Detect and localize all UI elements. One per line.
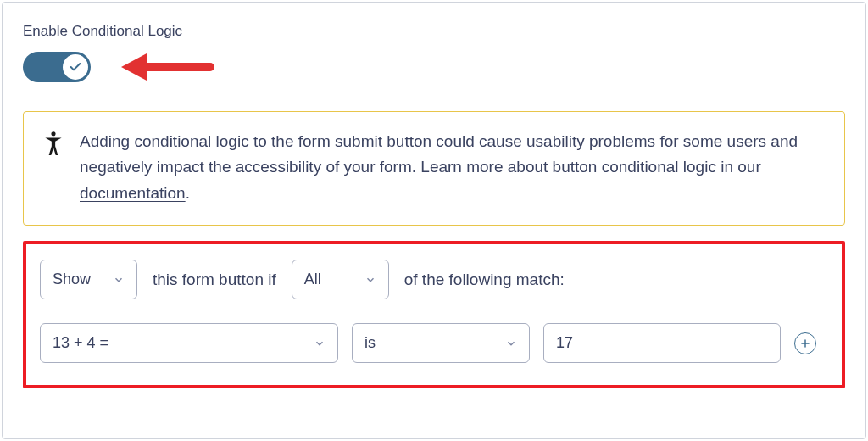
accessibility-notice: Adding conditional logic to the form sub… xyxy=(23,111,845,226)
add-rule-button[interactable] xyxy=(794,332,816,354)
plus-icon xyxy=(799,338,811,349)
chevron-down-icon xyxy=(314,338,326,349)
enable-toggle[interactable] xyxy=(23,52,91,82)
operator-select-value: is xyxy=(364,334,376,352)
action-select[interactable]: Show xyxy=(40,260,137,299)
section-label: Enable Conditional Logic xyxy=(23,23,845,40)
annotation-arrow-icon xyxy=(121,50,214,84)
toggle-knob xyxy=(63,54,88,80)
check-icon xyxy=(69,60,82,74)
rule-text-2: of the following match: xyxy=(404,271,565,289)
rule-condition-line: Show this form button if All of the foll… xyxy=(40,260,828,299)
field-select-value: 13 + 4 = xyxy=(53,334,108,352)
action-select-value: Show xyxy=(53,271,91,288)
rule-text-1: this form button if xyxy=(153,271,276,289)
rule-row: 13 + 4 = is xyxy=(40,323,828,363)
match-select[interactable]: All xyxy=(292,260,389,299)
documentation-link[interactable]: documentation xyxy=(80,184,186,202)
toggle-row xyxy=(23,50,845,84)
operator-select[interactable]: is xyxy=(352,323,530,363)
chevron-down-icon xyxy=(364,274,376,286)
field-select[interactable]: 13 + 4 = xyxy=(40,323,338,363)
match-select-value: All xyxy=(304,271,321,288)
conditional-logic-panel: Enable Conditional Logic Adding conditio… xyxy=(2,2,866,439)
notice-text-before: Adding conditional logic to the form sub… xyxy=(80,132,798,176)
chevron-down-icon xyxy=(113,274,125,286)
notice-text-after: . xyxy=(186,184,190,202)
value-input[interactable] xyxy=(543,323,781,363)
chevron-down-icon xyxy=(505,338,517,349)
notice-text: Adding conditional logic to the form sub… xyxy=(80,129,826,206)
svg-point-0 xyxy=(51,131,55,136)
rules-highlight-box: Show this form button if All of the foll… xyxy=(23,241,845,388)
accessibility-icon xyxy=(42,129,64,160)
